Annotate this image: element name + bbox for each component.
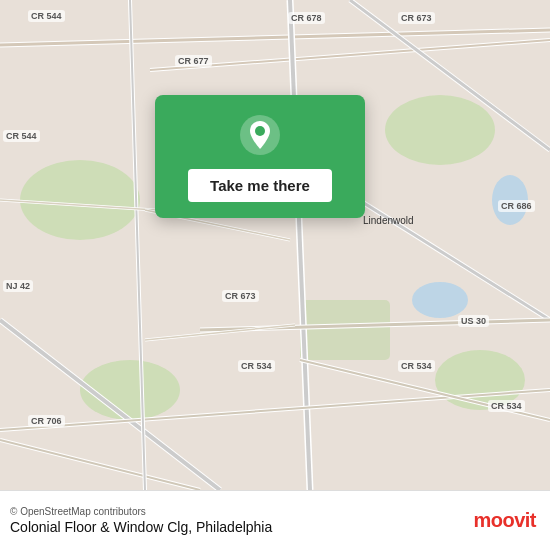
moovit-logo: moovit (473, 509, 536, 532)
road-label-cr706: CR 706 (28, 415, 65, 427)
road-label-cr534-far: CR 534 (488, 400, 525, 412)
svg-point-1 (20, 160, 140, 240)
svg-rect-5 (300, 300, 390, 360)
osm-credit: © OpenStreetMap contributors (10, 506, 272, 517)
take-me-there-button[interactable]: Take me there (188, 169, 332, 202)
bottom-bar-info: © OpenStreetMap contributors Colonial Fl… (10, 506, 272, 535)
road-label-cr544-top: CR 544 (28, 10, 65, 22)
map-svg (0, 0, 550, 490)
svg-point-2 (385, 95, 495, 165)
road-label-cr686: CR 686 (498, 200, 535, 212)
map-container: CR 544 CR 544 CR 677 CR 678 CR 673 CR 67… (0, 0, 550, 490)
popup-card: Take me there (155, 95, 365, 218)
bottom-bar: © OpenStreetMap contributors Colonial Fl… (0, 490, 550, 550)
svg-point-37 (255, 126, 265, 136)
road-label-cr673-top: CR 673 (398, 12, 435, 24)
road-label-nj42: NJ 42 (3, 280, 33, 292)
road-label-cr534-right: CR 534 (398, 360, 435, 372)
road-label-cr677: CR 677 (175, 55, 212, 67)
road-label-us30: US 30 (458, 315, 489, 327)
location-pin-icon (238, 113, 282, 157)
lindenwold-label: Lindenwold (363, 215, 414, 226)
road-label-cr673-lower: CR 673 (222, 290, 259, 302)
moovit-text: moovit (473, 509, 536, 532)
svg-rect-0 (0, 0, 550, 490)
road-label-cr678: CR 678 (288, 12, 325, 24)
location-name: Colonial Floor & Window Clg, Philadelphi… (10, 519, 272, 535)
svg-point-6 (412, 282, 468, 318)
road-label-cr544-mid: CR 544 (3, 130, 40, 142)
road-label-cr534-mid: CR 534 (238, 360, 275, 372)
